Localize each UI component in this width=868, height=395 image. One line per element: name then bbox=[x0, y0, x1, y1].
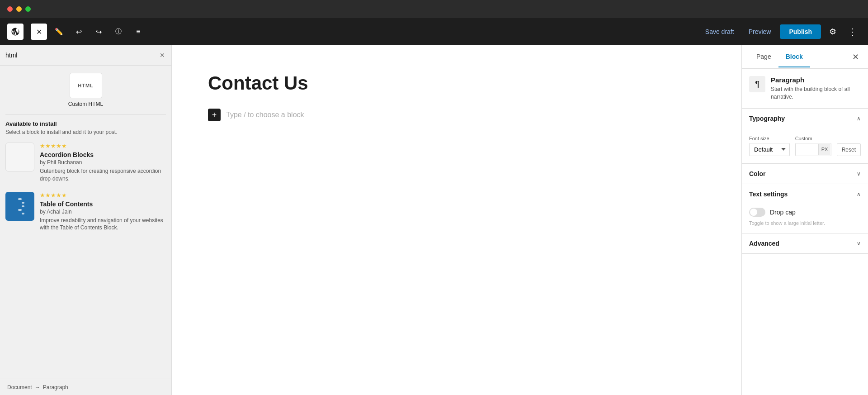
toggle-track bbox=[749, 208, 765, 217]
toggle-thumb bbox=[750, 209, 757, 216]
redo-icon: ↪ bbox=[96, 28, 102, 36]
edit-button[interactable]: ✏️ bbox=[51, 24, 67, 40]
toc-line-4 bbox=[18, 209, 22, 211]
info-button[interactable]: ⓘ bbox=[110, 24, 127, 40]
block-panel-desc: Start with the building block of all nar… bbox=[771, 86, 861, 101]
available-section: Available to install Select a block to i… bbox=[5, 120, 166, 135]
advanced-section: Advanced ∨ bbox=[742, 233, 868, 254]
font-size-label: Font size bbox=[749, 136, 790, 141]
sidebar-close-button[interactable]: ✕ bbox=[850, 50, 861, 64]
traffic-light-close[interactable] bbox=[7, 6, 13, 12]
save-draft-button[interactable]: Save draft bbox=[700, 24, 740, 39]
undo-button[interactable]: ↩ bbox=[71, 24, 87, 40]
text-settings-content: Drop cap Toggle to show a large initial … bbox=[742, 204, 868, 233]
color-section-toggle[interactable]: Color ∨ bbox=[742, 164, 868, 184]
block-info-panel: ¶ Paragraph Start with the building bloc… bbox=[742, 69, 868, 109]
available-section-title: Available to install bbox=[5, 120, 166, 127]
toc-block-thumb bbox=[5, 192, 34, 221]
advanced-chevron-icon: ∨ bbox=[857, 240, 861, 247]
breadcrumb-document[interactable]: Document bbox=[7, 384, 32, 390]
close-icon: ✕ bbox=[36, 28, 42, 36]
html-icon-text: HTML bbox=[78, 83, 94, 88]
text-settings-chevron-icon: ∧ bbox=[857, 191, 861, 197]
accordion-block-author: by Phil Buchanan bbox=[40, 159, 166, 166]
search-clear-button[interactable]: ✕ bbox=[159, 51, 166, 60]
redo-button[interactable]: ↪ bbox=[90, 24, 107, 40]
app-wrapper: ✕ ✏️ ↩ ↪ ⓘ ≡ Save draft Preview Publish … bbox=[0, 18, 868, 395]
right-sidebar-header: Page Block ✕ bbox=[742, 45, 868, 69]
edit-icon: ✏️ bbox=[55, 28, 63, 36]
toc-line-5 bbox=[22, 213, 24, 214]
drop-cap-toggle[interactable] bbox=[749, 208, 765, 217]
html-block-icon: HTML bbox=[70, 73, 102, 98]
accordion-block-name: Accordion Blocks bbox=[40, 151, 166, 158]
search-bar: ✕ bbox=[0, 45, 171, 66]
close-block-inserter-button[interactable]: ✕ bbox=[31, 24, 47, 40]
accordion-block-thumb bbox=[5, 143, 34, 171]
typography-section-toggle[interactable]: Typography ∧ bbox=[742, 109, 868, 128]
custom-label: Custom bbox=[795, 136, 831, 141]
placeholder-text[interactable]: Type / to choose a block bbox=[226, 111, 304, 119]
divider bbox=[5, 114, 166, 115]
page-title[interactable]: Contact Us bbox=[208, 72, 705, 94]
advanced-section-title: Advanced bbox=[749, 240, 779, 247]
font-size-group: Font size Default Small Normal Large Hug… bbox=[749, 136, 790, 156]
toc-line-1 bbox=[18, 198, 22, 200]
text-settings-section-toggle[interactable]: Text settings ∧ bbox=[742, 184, 868, 204]
html-block-item[interactable]: HTML Custom HTML bbox=[5, 73, 166, 107]
accordion-block-desc: Gutenberg block for creating responsive … bbox=[40, 167, 166, 183]
font-size-row: Font size Default Small Normal Large Hug… bbox=[749, 136, 861, 156]
typography-chevron-icon: ∧ bbox=[857, 115, 861, 122]
accordion-block-item[interactable]: ★★★★★ Accordion Blocks by Phil Buchanan … bbox=[5, 143, 166, 183]
toc-stars: ★★★★★ bbox=[40, 192, 166, 199]
block-placeholder: + Type / to choose a block bbox=[208, 109, 705, 121]
font-size-select[interactable]: Default Small Normal Large Huge bbox=[749, 143, 790, 156]
publish-button[interactable]: Publish bbox=[780, 24, 821, 39]
right-sidebar: Page Block ✕ ¶ Paragraph Start with the … bbox=[741, 45, 868, 395]
more-options-button[interactable]: ⋮ bbox=[844, 24, 861, 40]
tab-page[interactable]: Page bbox=[749, 47, 778, 67]
color-section-title: Color bbox=[749, 170, 766, 177]
settings-button[interactable]: ⚙ bbox=[825, 24, 841, 40]
toc-icon bbox=[14, 195, 25, 218]
toc-block-author: by Achal Jain bbox=[40, 209, 166, 215]
add-icon: + bbox=[212, 110, 217, 120]
drop-cap-label: Drop cap bbox=[770, 209, 796, 216]
text-settings-section-title: Text settings bbox=[749, 190, 788, 198]
toc-block-desc: Improve readability and navigation of yo… bbox=[40, 217, 166, 232]
html-block-label: Custom HTML bbox=[68, 101, 103, 107]
custom-group: Custom PX bbox=[795, 136, 831, 156]
tab-block[interactable]: Block bbox=[778, 47, 810, 67]
custom-input-wrapper: PX bbox=[795, 143, 831, 156]
left-sidebar: ✕ HTML Custom HTML Available to install … bbox=[0, 45, 172, 395]
search-input[interactable] bbox=[5, 52, 155, 59]
list-view-button[interactable]: ≡ bbox=[130, 24, 146, 40]
breadcrumb-paragraph[interactable]: Paragraph bbox=[43, 384, 68, 390]
traffic-light-minimize[interactable] bbox=[16, 6, 22, 12]
advanced-section-toggle[interactable]: Advanced ∨ bbox=[742, 233, 868, 253]
color-section: Color ∨ bbox=[742, 164, 868, 184]
paragraph-icon: ¶ bbox=[749, 76, 765, 92]
text-settings-section: Text settings ∧ Drop cap Toggle bbox=[742, 184, 868, 233]
drop-cap-description: Toggle to show a large initial letter. bbox=[749, 220, 861, 226]
right-sidebar-scroll: ¶ Paragraph Start with the building bloc… bbox=[742, 69, 868, 395]
add-block-button[interactable]: + bbox=[208, 109, 221, 121]
toolbar: ✕ ✏️ ↩ ↪ ⓘ ≡ Save draft Preview Publish … bbox=[0, 18, 868, 45]
custom-size-input[interactable] bbox=[796, 143, 818, 156]
toc-line-3 bbox=[22, 205, 24, 207]
block-panel-name: Paragraph bbox=[771, 76, 861, 84]
reset-button[interactable]: Reset bbox=[837, 143, 861, 156]
toc-block-item[interactable]: ★★★★★ Table of Contents by Achal Jain Im… bbox=[5, 192, 166, 232]
wp-logo[interactable] bbox=[7, 24, 24, 40]
preview-button[interactable]: Preview bbox=[743, 24, 777, 39]
list-icon: ≡ bbox=[136, 28, 140, 36]
drop-cap-row: Drop cap bbox=[749, 208, 861, 217]
accordion-icon bbox=[16, 144, 24, 170]
settings-icon: ⚙ bbox=[829, 27, 836, 37]
accordion-stars: ★★★★★ bbox=[40, 143, 166, 149]
traffic-light-fullscreen[interactable] bbox=[25, 6, 31, 12]
color-chevron-icon: ∨ bbox=[857, 171, 861, 177]
toc-line-2 bbox=[22, 202, 24, 204]
sidebar-content: HTML Custom HTML Available to install Se… bbox=[0, 66, 171, 379]
typography-section-title: Typography bbox=[749, 115, 785, 122]
